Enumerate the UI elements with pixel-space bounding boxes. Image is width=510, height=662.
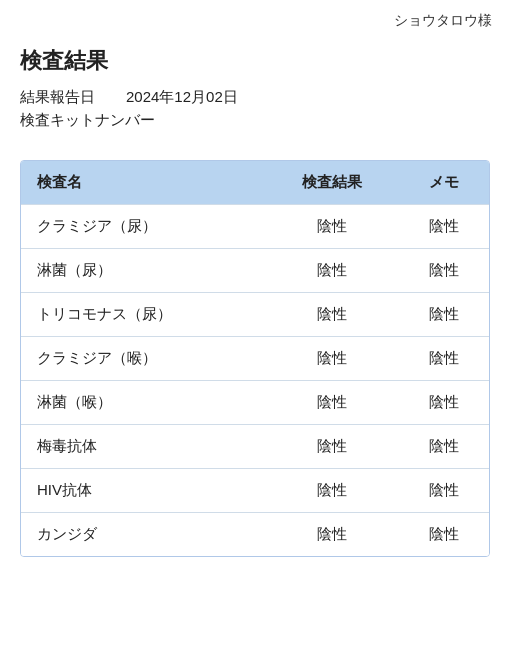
col-header-result: 検査結果 xyxy=(264,161,398,205)
page-title: 検査結果 xyxy=(0,36,510,84)
cell-test-name: 淋菌（尿） xyxy=(21,249,264,293)
cell-test-name: HIV抗体 xyxy=(21,469,264,513)
result-date-row: 結果報告日 2024年12月02日 xyxy=(20,88,490,107)
cell-test-memo: 陰性 xyxy=(399,381,489,425)
cell-test-result: 陰性 xyxy=(264,513,398,557)
table-row: クラミジア（喉）陰性陰性 xyxy=(21,337,489,381)
table-row: カンジダ陰性陰性 xyxy=(21,513,489,557)
cell-test-name: クラミジア（尿） xyxy=(21,205,264,249)
cell-test-memo: 陰性 xyxy=(399,249,489,293)
cell-test-name: カンジダ xyxy=(21,513,264,557)
result-date-value: 2024年12月02日 xyxy=(126,88,238,107)
cell-test-memo: 陰性 xyxy=(399,337,489,381)
cell-test-name: 淋菌（喉） xyxy=(21,381,264,425)
cell-test-name: クラミジア（喉） xyxy=(21,337,264,381)
meta-section: 結果報告日 2024年12月02日 検査キットナンバー xyxy=(0,84,510,150)
cell-test-memo: 陰性 xyxy=(399,205,489,249)
col-header-name: 検査名 xyxy=(21,161,264,205)
cell-test-name: 梅毒抗体 xyxy=(21,425,264,469)
table-header-row: 検査名 検査結果 メモ xyxy=(21,161,489,205)
table-row: 梅毒抗体陰性陰性 xyxy=(21,425,489,469)
user-greeting: ショウタロウ様 xyxy=(0,0,510,36)
table-row: HIV抗体陰性陰性 xyxy=(21,469,489,513)
results-table-container: 検査名 検査結果 メモ クラミジア（尿）陰性陰性淋菌（尿）陰性陰性トリコモナス（… xyxy=(20,160,490,557)
cell-test-result: 陰性 xyxy=(264,337,398,381)
kit-number-row: 検査キットナンバー xyxy=(20,111,490,130)
header-user-section: ショウタロウ様 xyxy=(0,0,510,36)
cell-test-memo: 陰性 xyxy=(399,425,489,469)
cell-test-result: 陰性 xyxy=(264,381,398,425)
cell-test-result: 陰性 xyxy=(264,293,398,337)
table-row: 淋菌（喉）陰性陰性 xyxy=(21,381,489,425)
cell-test-result: 陰性 xyxy=(264,469,398,513)
cell-test-memo: 陰性 xyxy=(399,293,489,337)
cell-test-result: 陰性 xyxy=(264,425,398,469)
kit-number-label: 検査キットナンバー xyxy=(20,111,155,130)
cell-test-memo: 陰性 xyxy=(399,513,489,557)
results-table: 検査名 検査結果 メモ クラミジア（尿）陰性陰性淋菌（尿）陰性陰性トリコモナス（… xyxy=(21,161,489,556)
table-row: クラミジア（尿）陰性陰性 xyxy=(21,205,489,249)
cell-test-result: 陰性 xyxy=(264,205,398,249)
cell-test-name: トリコモナス（尿） xyxy=(21,293,264,337)
table-row: トリコモナス（尿）陰性陰性 xyxy=(21,293,489,337)
cell-test-result: 陰性 xyxy=(264,249,398,293)
table-row: 淋菌（尿）陰性陰性 xyxy=(21,249,489,293)
result-date-label: 結果報告日 xyxy=(20,88,110,107)
col-header-memo: メモ xyxy=(399,161,489,205)
cell-test-memo: 陰性 xyxy=(399,469,489,513)
